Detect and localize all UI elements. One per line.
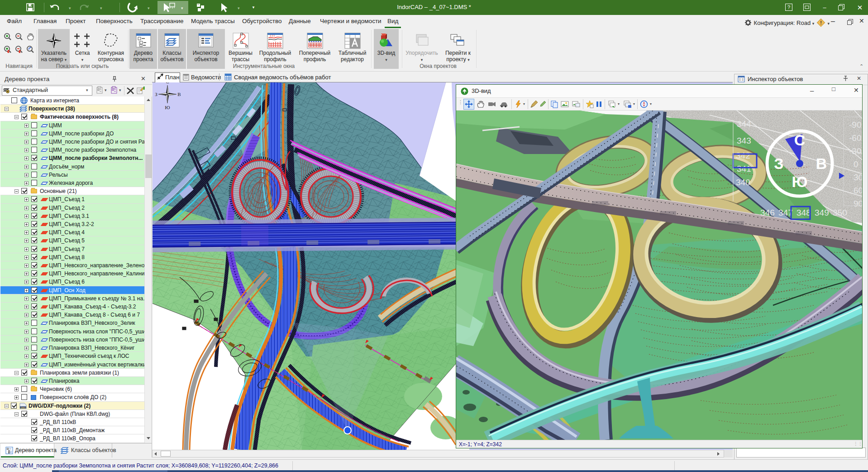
svg-text:346: 346 xyxy=(760,208,775,217)
svg-text:342: 342 xyxy=(736,151,750,160)
svg-text:-90: -90 xyxy=(849,120,861,130)
svg-text:З: З xyxy=(155,92,157,97)
svg-text:343: 343 xyxy=(737,136,751,145)
svg-text:-60: -60 xyxy=(849,133,861,143)
svg-text:348: 348 xyxy=(796,208,811,217)
svg-text:С: С xyxy=(794,131,806,149)
svg-text:0: 0 xyxy=(854,159,858,169)
svg-text:3 3 3: 3 3 3 xyxy=(270,34,275,37)
svg-text:349: 349 xyxy=(815,208,829,217)
svg-text:DWG: DWG xyxy=(21,406,26,409)
svg-text:В: В xyxy=(816,155,827,172)
svg-text:350: 350 xyxy=(833,208,847,217)
svg-text:341: 341 xyxy=(737,164,751,173)
svg-text:-30: -30 xyxy=(849,146,861,156)
svg-text:60: 60 xyxy=(854,186,862,195)
svg-text:?: ? xyxy=(787,5,790,10)
svg-text:344: 344 xyxy=(737,119,751,129)
svg-text:30: 30 xyxy=(854,173,862,182)
svg-text:З: З xyxy=(774,155,783,172)
svg-text:С: С xyxy=(166,82,169,84)
svg-text:!: ! xyxy=(820,20,822,25)
svg-text:Ю: Ю xyxy=(792,173,807,190)
svg-text:В: В xyxy=(177,92,181,97)
svg-text:90: 90 xyxy=(854,199,862,208)
svg-text:340: 340 xyxy=(736,178,750,187)
svg-text:Ю: Ю xyxy=(165,105,170,110)
